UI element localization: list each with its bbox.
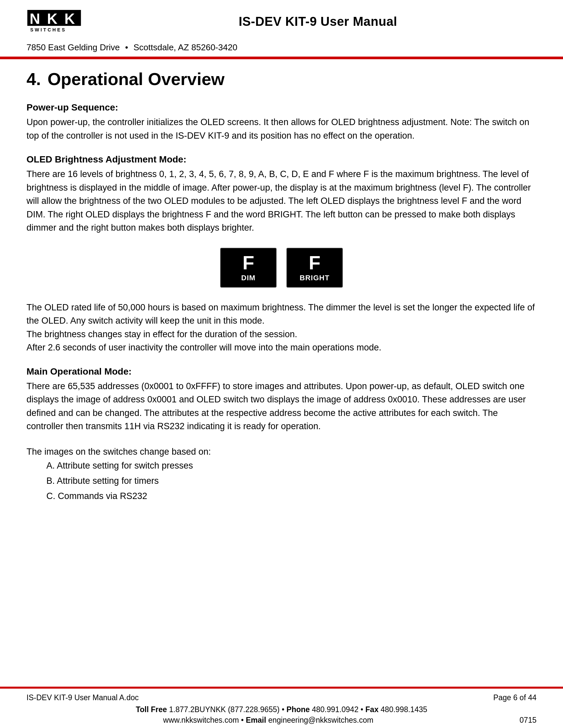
svg-text:N: N (30, 11, 40, 27)
toll-free-number: 1.877.2BUYNKK (877.228.9655) (169, 705, 282, 714)
oled-life-section: The OLED rated life of 50,000 hours is b… (26, 301, 537, 354)
main-operational-text: There are 65,535 addresses (0x0001 to 0x… (26, 380, 537, 433)
phone-label: Phone (287, 705, 312, 714)
power-up-text: Upon power-up, the controller initialize… (26, 115, 537, 142)
oled-dim-letter: F (242, 253, 254, 272)
svg-text:K: K (47, 11, 58, 27)
bullet-separator-2: • (282, 705, 285, 714)
oled-dim-label: DIM (241, 274, 255, 282)
nkk-logo: N K K SWITCHES (26, 10, 86, 33)
red-divider (0, 57, 563, 59)
svg-text:SWITCHES: SWITCHES (30, 27, 66, 32)
list-item-c: C. Commands via RS232 (46, 489, 537, 504)
main-operational-heading: Main Operational Mode: (26, 366, 537, 377)
section-heading: 4. Operational Overview (26, 69, 537, 89)
oled-bright-label: BRIGHT (300, 274, 330, 282)
power-up-heading: Power-up Sequence: (26, 102, 537, 113)
list-item-a: A. Attribute setting for switch presses (46, 458, 537, 474)
bullet-separator: • (125, 42, 128, 53)
email-label: Email (246, 716, 266, 724)
bullet-separator-3: • (361, 705, 365, 714)
fax-number: 480.998.1435 (381, 705, 427, 714)
city-state-zip: Scottsdale, AZ 85260-3420 (133, 42, 237, 53)
oled-brightness-section: OLED Brightness Adjustment Mode: There a… (26, 154, 537, 235)
oled-brightness-text: There are 16 levels of brightness 0, 1, … (26, 167, 537, 235)
page-footer: IS-DEV KIT-9 User Manual A.doc Page 6 of… (0, 687, 563, 728)
list-item-b: B. Attribute setting for timers (46, 474, 537, 489)
footer-row3: www.nkkswitches.com • Email engineering@… (26, 716, 537, 725)
page-header: N K K SWITCHES IS-DEV KIT-9 User Manual (0, 0, 563, 40)
footer-doc-name: IS-DEV KIT-9 User Manual A.doc (26, 693, 139, 702)
phone-number: 480.991.0942 (312, 705, 359, 714)
page-title: IS-DEV KIT-9 User Manual (99, 15, 537, 29)
oled-displays-container: F DIM F BRIGHT (26, 248, 537, 288)
oled-dim-display: F DIM (220, 248, 276, 288)
oled-bright-display: F BRIGHT (287, 248, 343, 288)
section-number: 4. (26, 69, 41, 89)
footer-version: 0715 (510, 716, 537, 725)
bullet-separator-4: • (241, 716, 246, 724)
section-title: Operational Overview (47, 69, 224, 89)
oled-bright-letter: F (309, 253, 320, 272)
footer-spacer: www.nkkswitches.com • Email engineering@… (26, 716, 510, 725)
oled-brightness-heading: OLED Brightness Adjustment Mode: (26, 154, 537, 165)
logo-area: N K K SWITCHES (26, 10, 99, 33)
oled-life-text: The OLED rated life of 50,000 hours is b… (26, 301, 537, 354)
toll-free-label: Toll Free (136, 705, 167, 714)
main-content: 4. Operational Overview Power-up Sequenc… (0, 69, 563, 687)
power-up-section: Power-up Sequence: Upon power-up, the co… (26, 102, 537, 142)
website: www.nkkswitches.com (163, 716, 239, 724)
fax-label: Fax (365, 705, 379, 714)
images-intro: The images on the switches change based … (26, 445, 537, 459)
email-address: engineering@nkkswitches.com (268, 716, 373, 724)
footer-row2: Toll Free 1.877.2BUYNKK (877.228.9655) •… (26, 704, 537, 716)
address-bar: 7850 East Gelding Drive • Scottsdale, AZ… (0, 40, 563, 57)
footer-row1: IS-DEV KIT-9 User Manual A.doc Page 6 of… (26, 693, 537, 702)
main-operational-section: Main Operational Mode: There are 65,535 … (26, 366, 537, 433)
svg-text:K: K (65, 11, 75, 27)
images-based-on-section: The images on the switches change based … (26, 445, 537, 504)
footer-page-number: Page 6 of 44 (493, 693, 537, 702)
street-address: 7850 East Gelding Drive (26, 42, 120, 53)
